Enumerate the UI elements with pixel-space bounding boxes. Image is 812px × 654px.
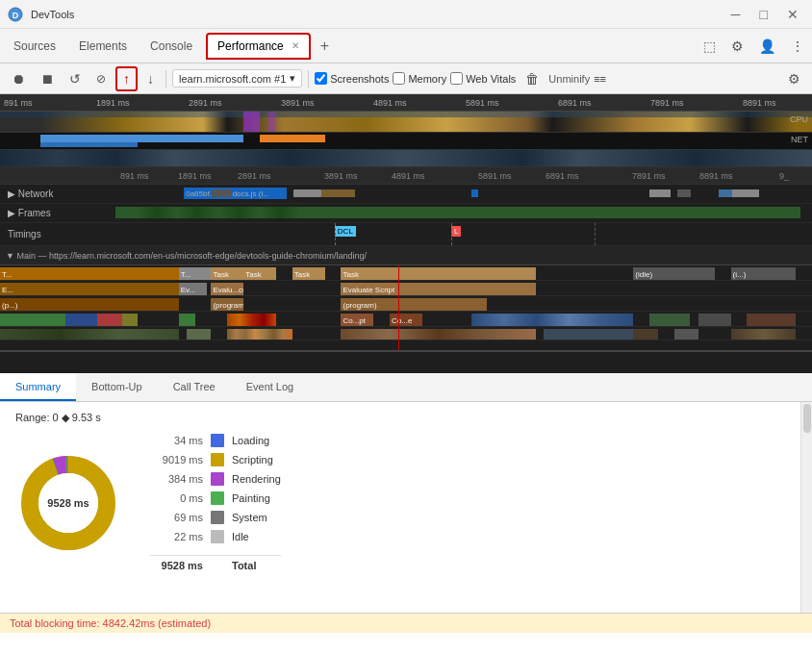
- red-timeline-cursor: [398, 265, 399, 350]
- ruler-mark-2: 2891 ms: [189, 98, 222, 108]
- settings-icon[interactable]: ⚙: [727, 35, 748, 58]
- frames-track-label: ▶ Frames: [0, 208, 115, 218]
- task-idle-1: (idle): [633, 267, 714, 281]
- unminify-icon: ≡≡: [594, 73, 606, 85]
- status-text: Total blocking time: 4842.42ms (estimate…: [10, 617, 211, 629]
- ruler-mark-4: 4891 ms: [373, 98, 407, 108]
- delete-button[interactable]: 🗑: [520, 68, 545, 89]
- screenshots-checkbox[interactable]: Screenshots: [315, 72, 389, 85]
- task-compt: Co...pt: [341, 314, 373, 327]
- new-tab-button[interactable]: +: [315, 36, 335, 57]
- thread-row-2: E... Ev... Evalu...cript Evaluate Script: [0, 281, 812, 296]
- tab-console[interactable]: Console: [140, 33, 202, 60]
- scripting-label: Scripting: [232, 454, 273, 465]
- tab-bar: Sources Elements Console Performance ✕ +…: [0, 29, 812, 63]
- legend-system: 69 ms System: [150, 511, 281, 524]
- clear-button[interactable]: ⊘: [90, 69, 112, 88]
- task-block-4: Task: [292, 267, 325, 281]
- task-red-1: [97, 314, 121, 327]
- task-block-1: T...: [179, 267, 212, 281]
- painting-label: Painting: [232, 492, 270, 504]
- task-initial: T...: [0, 267, 179, 281]
- summary-chart-area: 9528 ms 34 ms Loading 9019 ms Scripting: [15, 434, 785, 571]
- task-row5-1: [0, 329, 179, 340]
- download-button[interactable]: ↓: [141, 68, 160, 89]
- svg-text:D: D: [13, 11, 19, 20]
- donut-chart: 9528 ms: [15, 450, 121, 556]
- unminify-label: Unminify: [548, 73, 590, 85]
- stop-button[interactable]: ⏹: [35, 68, 60, 89]
- webvitals-checkbox[interactable]: Web Vitals: [450, 72, 516, 85]
- task-program-2: (program): [341, 298, 487, 312]
- net-label: NET: [791, 135, 808, 144]
- tab-elements[interactable]: Elements: [69, 33, 137, 60]
- task-mixed: [227, 314, 276, 327]
- range-label: Range: 0 ◆ 9.53 s: [15, 412, 785, 424]
- tab-event-log[interactable]: Event Log: [231, 373, 310, 401]
- task-evaluate-2: Evaluate Script: [341, 283, 536, 296]
- record-button[interactable]: ⏺: [6, 68, 31, 89]
- scripting-color: [211, 453, 224, 466]
- dock-icon[interactable]: ⬚: [699, 35, 720, 58]
- task-row5-5: [544, 329, 633, 340]
- bottom-scrollbar[interactable]: [800, 402, 812, 633]
- rendering-label: Rendering: [232, 473, 281, 485]
- task-row5-7: [674, 329, 698, 340]
- tab-bottom-up[interactable]: Bottom-Up: [76, 373, 158, 401]
- task-gray-1: [698, 314, 731, 327]
- ruler-mark-0: 891 ms: [4, 98, 33, 108]
- tab-call-tree[interactable]: Call Tree: [158, 373, 231, 401]
- timings-track: Timings DCL L: [0, 223, 812, 246]
- cpu-bar: CPU: [0, 112, 812, 133]
- main-thread-header: ▼ Main — https://learn.microsoft.com/en-…: [0, 246, 812, 265]
- close-button[interactable]: ✕: [781, 5, 804, 24]
- dcl-marker: DCL: [335, 226, 356, 237]
- system-color: [211, 511, 224, 524]
- track-ruler-2: 891 ms 1891 ms 2891 ms 3891 ms 4891 ms 5…: [0, 167, 812, 185]
- thread-row-4: Co...pt Co...e: [0, 312, 812, 327]
- total-label: Total: [232, 560, 256, 571]
- painting-color: [211, 491, 224, 505]
- task-green-1: [0, 314, 65, 327]
- tab-performance-label: Performance: [217, 39, 284, 53]
- ruler-mark-7: 7891 ms: [650, 98, 684, 108]
- task-idle-2: (i...): [731, 267, 797, 281]
- tab-summary[interactable]: Summary: [0, 373, 76, 401]
- overview-ruler: 891 ms 1891 ms 2891 ms 3891 ms 4891 ms 5…: [0, 94, 812, 112]
- upload-button[interactable]: ↑: [115, 66, 138, 91]
- idle-color: [211, 530, 224, 543]
- tab-performance[interactable]: Performance ✕: [206, 33, 311, 60]
- legend: 34 ms Loading 9019 ms Scripting 384 ms: [150, 434, 281, 571]
- scripting-value: 9019 ms: [150, 454, 203, 465]
- tab-sources[interactable]: Sources: [4, 33, 65, 60]
- maximize-button[interactable]: □: [754, 5, 774, 24]
- tab-close-icon[interactable]: ✕: [292, 40, 299, 51]
- status-bar: Total blocking time: 4842.42ms (estimate…: [0, 613, 812, 633]
- share-icon[interactable]: 👤: [755, 35, 779, 58]
- legend-painting: 0 ms Painting: [150, 491, 281, 505]
- memory-checkbox[interactable]: Memory: [393, 72, 446, 85]
- task-ev-2: Ev...: [179, 283, 208, 296]
- minimize-button[interactable]: ─: [725, 5, 747, 24]
- legend-scripting: 9019 ms Scripting: [150, 453, 281, 466]
- timeline: 891 ms 1891 ms 2891 ms 3891 ms 4891 ms 5…: [0, 94, 812, 373]
- panel-settings-icon[interactable]: ⚙: [782, 68, 806, 89]
- screenshots-strip: [0, 150, 812, 167]
- task-block-5: Task: [341, 267, 536, 281]
- devtools-toolbar: ⏺ ⏹ ↺ ⊘ ↑ ↓ learn.microsoft.com #1 ▾ Scr…: [0, 63, 812, 94]
- donut-center-label: 9528 ms: [47, 497, 89, 509]
- summary-area: Range: 0 ◆ 9.53 s: [0, 402, 800, 581]
- url-selector[interactable]: learn.microsoft.com #1 ▾: [172, 69, 302, 88]
- thread-row-1: T... T... Task Task Task Task (idle) (i.…: [0, 265, 812, 281]
- bottom-tabs: Summary Bottom-Up Call Tree Event Log: [0, 373, 812, 402]
- task-yellow-1: [122, 314, 139, 327]
- rendering-color: [211, 472, 224, 486]
- frames-track-content: [115, 204, 800, 222]
- task-row5-6: [633, 329, 657, 340]
- separator-2: [308, 70, 309, 88]
- main-thread-visual: T... T... Task Task Task Task (idle) (i.…: [0, 265, 812, 352]
- reload-button[interactable]: ↺: [63, 68, 87, 89]
- network-track-label: ▶ Network: [0, 189, 115, 199]
- more-options-icon[interactable]: ⋮: [787, 35, 808, 58]
- scrollbar-thumb[interactable]: [803, 404, 811, 433]
